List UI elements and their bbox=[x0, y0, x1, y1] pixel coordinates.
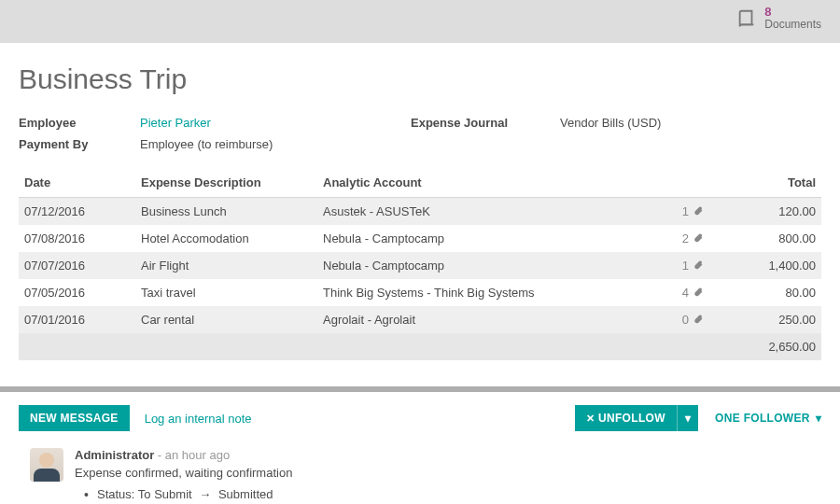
message-text: Expense confirmed, waiting confirmation bbox=[75, 466, 292, 480]
cell-desc: Air Flight bbox=[135, 252, 317, 279]
cell-desc: Car rental bbox=[135, 306, 317, 333]
cell-acct: Agrolait - Agrolait bbox=[317, 306, 653, 333]
paperclip-icon bbox=[689, 204, 704, 218]
caret-down-icon: ▾ bbox=[685, 412, 691, 425]
cell-attachments[interactable]: 1 bbox=[653, 198, 709, 226]
cell-total: 800.00 bbox=[709, 225, 821, 252]
form-fields: Employee Pieter Parker Expense Journal V… bbox=[19, 116, 821, 151]
cell-acct: Asustek - ASUSTeK bbox=[317, 198, 653, 226]
journal-label: Expense Journal bbox=[411, 116, 560, 130]
unfollow-dropdown[interactable]: ▾ bbox=[678, 405, 698, 431]
th-date[interactable]: Date bbox=[19, 168, 135, 198]
message: Administrator - an hour ago Expense conf… bbox=[19, 448, 821, 501]
th-desc[interactable]: Expense Description bbox=[135, 168, 317, 198]
followers-button[interactable]: ONE FOLLOWER ▾ bbox=[715, 412, 821, 425]
paperclip-icon bbox=[689, 231, 704, 245]
cell-acct: Think Big Systems - Think Big Systems bbox=[317, 279, 653, 306]
x-icon: ✕ bbox=[586, 413, 595, 424]
cell-total: 80.00 bbox=[709, 279, 821, 306]
cell-total: 120.00 bbox=[709, 198, 821, 226]
arrow-right-icon: → bbox=[199, 487, 211, 501]
cell-date: 07/08/2016 bbox=[19, 225, 135, 252]
cell-date: 07/07/2016 bbox=[19, 252, 135, 279]
cell-desc: Hotel Accomodation bbox=[135, 225, 317, 252]
table-row[interactable]: 07/05/2016Taxi travelThink Big Systems -… bbox=[19, 279, 821, 306]
book-icon bbox=[736, 8, 757, 29]
table-row[interactable]: 07/07/2016Air FlightNebula - Camptocamp1… bbox=[19, 252, 821, 279]
cell-desc: Taxi travel bbox=[135, 279, 317, 306]
cell-desc: Business Lunch bbox=[135, 198, 317, 226]
cell-date: 07/12/2016 bbox=[19, 198, 135, 226]
message-time: - an hour ago bbox=[158, 448, 230, 462]
cell-attachments[interactable]: 2 bbox=[653, 225, 709, 252]
unfollow-button[interactable]: ✕UNFOLLOW bbox=[575, 405, 678, 431]
unfollow-group: ✕UNFOLLOW ▾ bbox=[575, 405, 698, 431]
payment-by-label: Payment By bbox=[19, 137, 140, 151]
chatter: NEW MESSAGE Log an internal note ✕UNFOLL… bbox=[0, 392, 840, 504]
message-author[interactable]: Administrator bbox=[75, 448, 154, 462]
cell-acct: Nebula - Camptocamp bbox=[317, 252, 653, 279]
documents-count: 8 bbox=[764, 6, 821, 19]
paperclip-icon bbox=[689, 259, 704, 273]
paperclip-icon bbox=[689, 313, 704, 327]
cell-attachments[interactable]: 1 bbox=[653, 252, 709, 279]
journal-value: Vendor Bills (USD) bbox=[560, 116, 821, 130]
th-total[interactable]: Total bbox=[709, 168, 821, 198]
caret-down-icon: ▾ bbox=[816, 412, 821, 425]
page-title: Business Trip bbox=[19, 63, 821, 95]
th-acct[interactable]: Analytic Account bbox=[317, 168, 653, 198]
avatar[interactable] bbox=[30, 448, 63, 482]
log-note-link[interactable]: Log an internal note bbox=[145, 412, 252, 426]
new-message-button[interactable]: NEW MESSAGE bbox=[19, 405, 130, 431]
employee-label: Employee bbox=[19, 116, 140, 130]
paperclip-icon bbox=[689, 286, 704, 300]
top-bar: 8 Documents bbox=[0, 0, 840, 43]
cell-total: 250.00 bbox=[709, 306, 821, 333]
cell-date: 07/01/2016 bbox=[19, 306, 135, 333]
cell-date: 07/05/2016 bbox=[19, 279, 135, 306]
cell-total: 1,400.00 bbox=[709, 252, 821, 279]
expense-table: Date Expense Description Analytic Accoun… bbox=[19, 168, 821, 360]
documents-label: Documents bbox=[764, 19, 821, 31]
grand-total: 2,650.00 bbox=[19, 333, 821, 360]
message-status: Status: To Submit → Submitted bbox=[75, 487, 292, 501]
table-row[interactable]: 07/12/2016Business LunchAsustek - ASUSTe… bbox=[19, 198, 821, 226]
cell-attachments[interactable]: 4 bbox=[653, 279, 709, 306]
employee-value[interactable]: Pieter Parker bbox=[140, 116, 411, 130]
table-row[interactable]: 07/01/2016Car rentalAgrolait - Agrolait0… bbox=[19, 306, 821, 333]
cell-attachments[interactable]: 0 bbox=[653, 306, 709, 333]
documents-button[interactable]: 8 Documents bbox=[736, 6, 821, 31]
table-row[interactable]: 07/08/2016Hotel AccomodationNebula - Cam… bbox=[19, 225, 821, 252]
payment-by-value: Employee (to reimburse) bbox=[140, 137, 411, 151]
cell-acct: Nebula - Camptocamp bbox=[317, 225, 653, 252]
